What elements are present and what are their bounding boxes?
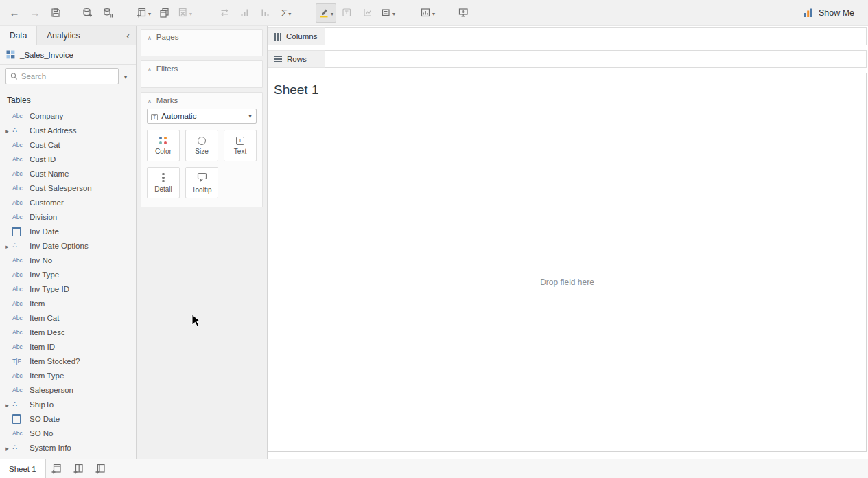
search-input[interactable] [21,72,114,80]
marks-header[interactable]: Marks [141,93,262,106]
field-row[interactable]: Cust Address [0,123,136,137]
cell-size-icon [380,7,392,19]
field-row[interactable]: Cust ID [0,152,136,166]
field-label: Cust Address [30,126,76,135]
sheet-title: Sheet 1 [274,82,319,98]
field-row[interactable]: Item Stocked? [0,354,136,368]
sort-descending-button[interactable] [255,3,276,23]
tab-data[interactable]: Data [0,26,37,45]
duplicate-sheet-button[interactable] [154,3,174,23]
new-dashboard-button[interactable] [68,459,90,478]
collapse-pane-button[interactable] [120,26,136,45]
field-row[interactable]: System Info [0,440,136,455]
sheet-tabs-bar: Sheet 1 [0,459,868,478]
field-row[interactable]: Division [0,209,136,224]
fields-list: Company Cust Address Cust Cat [0,109,136,459]
chevron-down-icon[interactable] [148,8,151,18]
undo-button[interactable]: ← [4,3,25,23]
color-button[interactable]: Color [147,130,180,161]
redo-button[interactable]: → [25,3,45,23]
sheet-tab-active[interactable]: Sheet 1 [0,459,46,478]
field-row[interactable]: Cust Name [0,166,136,181]
swap-rows-columns-button[interactable] [214,3,235,23]
field-row[interactable]: Inv Type [0,267,136,282]
field-row[interactable]: Inv Date [0,224,136,238]
field-row[interactable]: SO Date [0,411,136,426]
pause-auto-updates-button[interactable] [97,3,118,23]
field-row[interactable]: Cust Cat [0,137,136,152]
field-label: Division [30,213,57,221]
back-arrow-icon: ← [10,8,20,18]
highlight-button[interactable] [316,3,336,23]
field-row[interactable]: Item Type [0,368,136,383]
pane-tabs: Data Analytics [0,26,136,45]
chevron-down-icon[interactable] [189,8,192,18]
new-data-source-icon [82,7,93,19]
new-data-source-button[interactable] [77,3,97,23]
expand-arrow-icon[interactable] [3,443,11,453]
new-worksheet-button[interactable] [133,3,154,23]
field-row[interactable]: Inv Date Options [0,238,136,253]
detail-button[interactable]: Detail [147,167,180,198]
field-row[interactable]: Cust Salesperson [0,181,136,195]
highlighter-icon [318,7,330,19]
search-options-button[interactable] [121,71,130,81]
show-mark-labels-button[interactable] [336,3,357,23]
expand-arrow-icon[interactable] [3,400,11,409]
field-row[interactable]: Salesperson [0,383,136,397]
field-row[interactable]: Inv Type ID [0,282,136,296]
collapse-chevron-icon[interactable] [148,96,152,104]
field-label: Cust Name [30,170,69,178]
chevron-down-icon[interactable] [288,8,291,18]
new-worksheet-tab-button[interactable] [46,459,68,478]
sort-ascending-button[interactable] [235,3,255,23]
pages-header[interactable]: Pages [141,30,262,43]
chevron-down-icon[interactable] [244,109,256,123]
data-source-item[interactable]: _Sales_Invoice [0,45,136,65]
columns-drop-area[interactable] [325,27,867,45]
field-row[interactable]: Inv No [0,253,136,267]
new-story-button[interactable] [90,459,112,478]
rows-drop-area[interactable] [325,50,867,68]
rows-icon [274,56,282,62]
expand-arrow-icon[interactable] [3,241,11,251]
field-label: Item Desc [30,328,65,337]
chevron-down-icon[interactable] [432,8,435,18]
field-row[interactable]: Item Desc [0,325,136,339]
filters-header[interactable]: Filters [141,61,262,75]
field-row[interactable]: Item ID [0,339,136,354]
field-type-icon [11,358,30,365]
show-hide-cards-button[interactable] [417,3,438,23]
field-row[interactable]: SO No [0,426,136,440]
expand-arrow-icon[interactable] [3,126,11,135]
totals-button[interactable]: Σ [276,3,296,23]
label-t-icon [341,7,353,19]
collapse-chevron-icon[interactable] [148,33,152,41]
save-button[interactable] [45,3,66,23]
field-row[interactable]: Customer [0,195,136,209]
fix-axes-button[interactable] [357,3,377,23]
field-row[interactable]: ShipTo [0,397,136,411]
tab-analytics[interactable]: Analytics [37,26,89,45]
text-button[interactable]: Text [224,130,257,161]
size-button[interactable]: Size [185,130,218,161]
chevron-down-icon[interactable] [331,8,333,18]
show-me-button[interactable]: Show Me [793,3,864,23]
pages-drop-area[interactable] [141,43,262,56]
clear-sheet-button[interactable] [174,3,195,23]
sheet-view[interactable]: Sheet 1 Drop field here [268,73,867,452]
filters-drop-area[interactable] [141,75,262,87]
presentation-mode-button[interactable] [453,3,473,23]
field-row[interactable]: Company [0,109,136,123]
field-row[interactable]: Item [0,296,136,310]
field-row[interactable]: Item Cat [0,310,136,325]
filters-label: Filters [156,65,178,73]
collapse-chevron-icon[interactable] [148,65,152,73]
chevron-down-icon[interactable] [392,8,395,18]
cell-size-button[interactable] [377,3,398,23]
mark-type-dropdown[interactable]: Automatic [147,109,257,124]
tooltip-button[interactable]: Tooltip [185,167,218,198]
field-type-icon [11,214,30,220]
size-icon [198,137,206,145]
clear-sheet-icon [177,7,189,19]
